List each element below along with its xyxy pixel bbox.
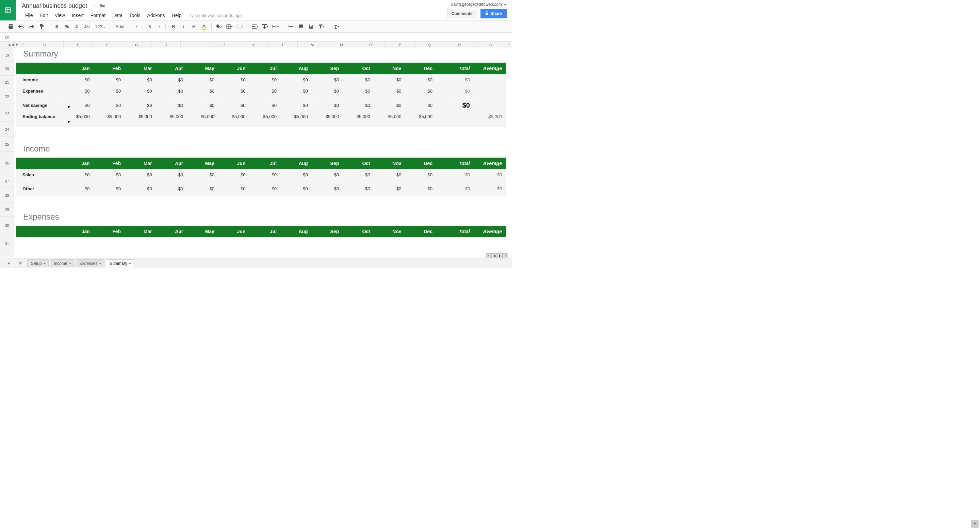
row-header[interactable]: 26: [0, 152, 14, 174]
data-cell[interactable]: $0: [158, 186, 189, 191]
folder-icon[interactable]: [100, 3, 105, 9]
undo-icon[interactable]: [16, 22, 26, 31]
data-cell[interactable]: $0: [344, 186, 375, 191]
data-cell[interactable]: $0: [344, 172, 375, 177]
data-cell[interactable]: $0: [251, 186, 282, 191]
column-header[interactable]: N: [327, 41, 356, 48]
data-cell[interactable]: $5,000: [64, 114, 95, 119]
column-header[interactable]: B: [14, 41, 20, 48]
horizontal-scroll[interactable]: ⇤ ◀ ▶ ⇥: [486, 253, 508, 258]
data-cell[interactable]: $0: [64, 77, 95, 82]
menu-addons[interactable]: Add-ons: [143, 11, 168, 19]
column-header[interactable]: L: [269, 41, 298, 48]
data-cell[interactable]: $0: [126, 77, 158, 82]
data-cell[interactable]: $0: [126, 89, 158, 94]
menu-format[interactable]: Format: [87, 11, 109, 19]
menu-edit[interactable]: Edit: [37, 11, 51, 19]
comment-icon[interactable]: [296, 22, 305, 31]
data-cell[interactable]: $0: [251, 103, 282, 108]
row-header[interactable]: 25: [0, 137, 14, 152]
data-cell[interactable]: $0: [375, 89, 407, 94]
row-header[interactable]: 21: [0, 76, 14, 89]
decrease-decimal-icon[interactable]: .0_: [73, 22, 82, 31]
data-cell[interactable]: $0: [64, 89, 95, 94]
column-header[interactable]: I: [181, 41, 210, 48]
data-cell[interactable]: $0: [220, 89, 251, 94]
menu-data[interactable]: Data: [109, 11, 126, 19]
data-cell[interactable]: $5,000: [158, 114, 189, 119]
data-cell[interactable]: $0: [158, 172, 189, 177]
column-header[interactable]: C: [20, 41, 26, 48]
sheet-tab[interactable]: Setup▾: [27, 260, 49, 267]
column-header[interactable]: M: [298, 41, 327, 48]
data-cell[interactable]: $0: [158, 89, 189, 94]
data-cell[interactable]: $0: [375, 186, 407, 191]
data-cell[interactable]: $5,000: [95, 114, 127, 119]
column-header[interactable]: T: [506, 41, 512, 48]
v-align-icon[interactable]: ▾: [260, 22, 270, 31]
data-cell[interactable]: $0: [126, 103, 158, 108]
column-header[interactable]: H: [151, 41, 181, 48]
data-cell[interactable]: $0: [313, 89, 345, 94]
menu-insert[interactable]: Insert: [68, 11, 87, 19]
column-header[interactable]: E: [64, 41, 93, 48]
fill-color-icon[interactable]: ▾: [215, 22, 224, 31]
data-cell[interactable]: $0: [158, 77, 189, 82]
sheet-tab[interactable]: Summary▾: [106, 260, 134, 267]
strikethrough-icon[interactable]: S: [189, 22, 198, 31]
data-cell[interactable]: $5,000: [375, 114, 407, 119]
row-header[interactable]: 27: [0, 174, 14, 188]
text-wrap-icon[interactable]: ▾: [270, 22, 280, 31]
percent-icon[interactable]: %: [62, 22, 72, 31]
data-cell[interactable]: $0: [344, 89, 375, 94]
bold-icon[interactable]: B: [169, 22, 178, 31]
data-cell[interactable]: $0: [95, 77, 127, 82]
column-header[interactable]: P: [385, 41, 415, 48]
data-cell[interactable]: $0: [344, 77, 375, 82]
sheet-tab[interactable]: Expenses▾: [76, 260, 105, 267]
column-header[interactable]: A◀: [5, 41, 14, 48]
add-sheet-button[interactable]: +: [4, 260, 14, 268]
sheet-tab[interactable]: Income▾: [50, 260, 74, 267]
data-cell[interactable]: $5,000: [220, 114, 251, 119]
data-cell[interactable]: $5,000: [126, 114, 158, 119]
row-header[interactable]: 31: [0, 234, 14, 253]
note-indicator-icon[interactable]: [68, 106, 70, 108]
data-cell[interactable]: $0: [95, 172, 127, 177]
data-cell[interactable]: $0: [282, 77, 313, 82]
data-cell[interactable]: $0: [158, 103, 189, 108]
data-cell[interactable]: $5,000: [407, 114, 438, 119]
chart-icon[interactable]: [306, 22, 316, 31]
menu-tools[interactable]: Tools: [126, 11, 144, 19]
number-format-dropdown[interactable]: 123 ▾: [93, 24, 107, 29]
italic-icon[interactable]: I: [179, 22, 188, 31]
data-cell[interactable]: $0: [95, 103, 127, 108]
scroll-left-start-icon[interactable]: ⇤: [486, 253, 492, 258]
row-header[interactable]: 32: [0, 253, 14, 257]
data-cell[interactable]: $0: [407, 186, 438, 191]
increase-decimal-icon[interactable]: .00_: [83, 22, 92, 31]
data-cell[interactable]: $0: [189, 77, 220, 82]
text-color-icon[interactable]: A: [199, 22, 208, 31]
column-header[interactable]: D: [26, 41, 64, 48]
data-cell[interactable]: $0: [407, 172, 438, 177]
data-cell[interactable]: $0: [126, 172, 158, 177]
user-email[interactable]: david.george@ditoweb.com ▼: [451, 2, 507, 7]
functions-icon[interactable]: Σ▾: [332, 22, 341, 31]
data-cell[interactable]: $0: [313, 186, 345, 191]
redo-icon[interactable]: [27, 22, 36, 31]
print-icon[interactable]: [6, 22, 16, 31]
scroll-right-end-icon[interactable]: ⇥: [503, 253, 508, 258]
borders-icon[interactable]: ▾: [224, 22, 234, 31]
row-header[interactable]: 24: [0, 122, 14, 137]
data-cell[interactable]: $0: [282, 186, 313, 191]
row-header[interactable]: 30: [0, 217, 14, 234]
font-select[interactable]: Arial▾: [113, 24, 140, 29]
data-cell[interactable]: $0: [313, 172, 345, 177]
data-cell[interactable]: $0: [407, 77, 438, 82]
data-cell[interactable]: $0: [220, 172, 251, 177]
data-cell[interactable]: $0: [220, 103, 251, 108]
data-cell[interactable]: $0: [375, 172, 407, 177]
star-icon[interactable]: ☆: [92, 3, 96, 9]
column-header[interactable]: G: [122, 41, 151, 48]
